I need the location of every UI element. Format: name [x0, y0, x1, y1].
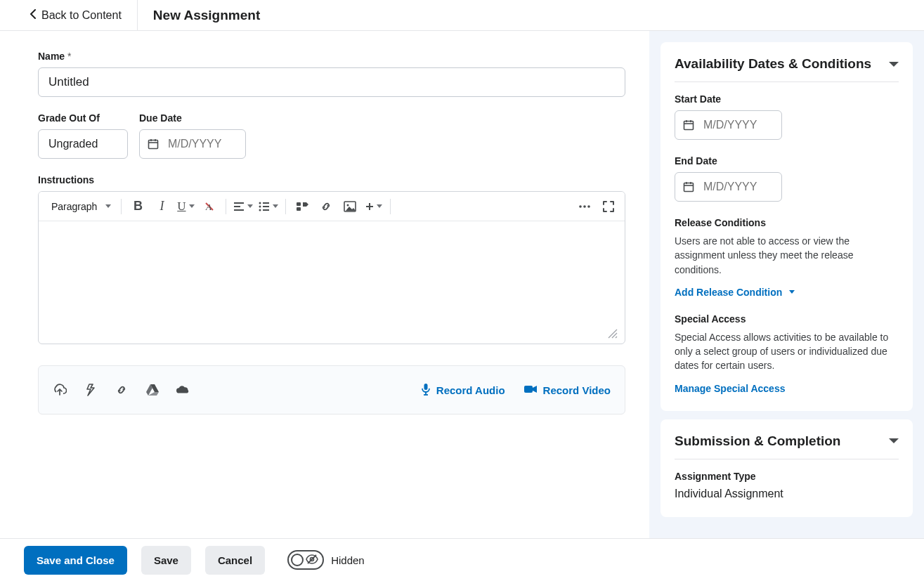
- chevron-down-icon: [789, 290, 795, 294]
- image-button[interactable]: [338, 195, 362, 218]
- link-icon[interactable]: [115, 383, 129, 397]
- italic-button[interactable]: I: [150, 195, 174, 218]
- chevron-down-icon: [189, 204, 195, 208]
- page-header: Back to Content New Assignment: [0, 0, 924, 31]
- assignment-type-label: Assignment Type: [675, 471, 899, 482]
- due-date-picker[interactable]: [139, 129, 246, 159]
- svg-point-8: [259, 202, 261, 204]
- start-date-label: Start Date: [675, 93, 899, 105]
- visibility-toggle[interactable]: [287, 550, 324, 570]
- release-conditions-title: Release Conditions: [675, 217, 899, 228]
- end-date-picker[interactable]: [675, 172, 782, 202]
- onedrive-icon[interactable]: [176, 383, 190, 397]
- release-conditions-description: Users are not able to access or view the…: [675, 234, 899, 277]
- svg-rect-30: [684, 122, 694, 130]
- chevron-down-icon: [273, 204, 278, 208]
- end-date-input[interactable]: [702, 180, 773, 194]
- name-input[interactable]: [38, 67, 625, 97]
- due-date-label: Due Date: [139, 112, 246, 124]
- availability-panel: Availability Dates & Conditions Start Da…: [661, 42, 913, 411]
- name-label: Name *: [38, 51, 625, 62]
- footer-actions: Save and Close Save Cancel Hidden: [0, 538, 924, 581]
- insert-more-button[interactable]: [362, 195, 386, 218]
- attachment-bar: Record Audio Record Video: [38, 365, 625, 414]
- save-and-close-button[interactable]: Save and Close: [24, 546, 127, 575]
- main-form: Name * Grade Out Of Ungraded Due Date: [0, 31, 649, 538]
- availability-panel-header[interactable]: Availability Dates & Conditions: [675, 56, 899, 82]
- start-date-picker[interactable]: [675, 110, 782, 140]
- svg-point-21: [583, 205, 586, 208]
- visibility-label: Hidden: [331, 554, 365, 566]
- due-date-input[interactable]: [167, 137, 237, 151]
- submission-panel: Submission & Completion Assignment Type …: [661, 419, 913, 517]
- start-date-input[interactable]: [702, 118, 773, 132]
- fullscreen-button[interactable]: [597, 195, 620, 218]
- resize-handle-icon[interactable]: [606, 327, 619, 340]
- svg-rect-29: [524, 386, 533, 393]
- chevron-down-icon: [377, 204, 382, 208]
- instructions-editor: Paragraph B I U A: [38, 191, 625, 344]
- svg-point-9: [259, 205, 261, 207]
- svg-rect-14: [297, 202, 301, 206]
- editor-toolbar: Paragraph B I U A: [39, 192, 625, 221]
- svg-rect-34: [684, 183, 694, 192]
- svg-rect-0: [149, 141, 158, 149]
- svg-text:A: A: [205, 202, 212, 212]
- quicklink-icon[interactable]: [84, 383, 98, 397]
- microphone-icon: [421, 383, 431, 398]
- svg-point-22: [587, 205, 590, 208]
- assignment-type-value: Individual Assignment: [675, 488, 899, 500]
- back-label: Back to Content: [41, 9, 122, 22]
- insert-quicklink-button[interactable]: [290, 195, 314, 218]
- back-to-content-link[interactable]: Back to Content: [0, 0, 138, 30]
- underline-button[interactable]: U: [174, 195, 197, 218]
- calendar-icon: [140, 130, 167, 158]
- save-button[interactable]: Save: [141, 546, 191, 575]
- special-access-title: Special Access: [675, 313, 899, 325]
- grade-select[interactable]: Ungraded: [38, 129, 128, 159]
- end-date-label: End Date: [675, 155, 899, 167]
- manage-special-access-button[interactable]: Manage Special Access: [675, 383, 785, 394]
- chevron-down-icon: [105, 204, 111, 208]
- record-audio-button[interactable]: Record Audio: [421, 383, 505, 398]
- clear-format-button[interactable]: A: [197, 195, 221, 218]
- block-format-select[interactable]: Paragraph: [46, 195, 117, 218]
- chevron-down-icon: [889, 62, 899, 67]
- chevron-left-icon: [30, 9, 36, 22]
- settings-sidebar: Availability Dates & Conditions Start Da…: [649, 31, 924, 538]
- add-release-condition-button[interactable]: Add Release Condition: [675, 287, 795, 298]
- special-access-description: Special Access allows activities to be a…: [675, 330, 899, 373]
- page-title: New Assignment: [153, 8, 260, 23]
- link-button[interactable]: [314, 195, 338, 218]
- instructions-label: Instructions: [38, 174, 625, 185]
- toggle-knob: [291, 554, 304, 566]
- grade-label: Grade Out Of: [38, 112, 128, 124]
- eye-off-icon: [306, 554, 318, 567]
- record-video-button[interactable]: Record Video: [523, 384, 611, 396]
- svg-point-10: [259, 209, 261, 211]
- list-button[interactable]: [256, 195, 281, 218]
- svg-rect-26: [424, 384, 427, 390]
- cancel-button[interactable]: Cancel: [205, 546, 265, 575]
- chevron-down-icon: [889, 438, 899, 443]
- video-icon: [523, 384, 538, 396]
- upload-icon[interactable]: [53, 383, 67, 397]
- more-actions-button[interactable]: [573, 195, 597, 218]
- svg-line-25: [616, 337, 617, 338]
- svg-rect-15: [297, 207, 301, 211]
- bold-button[interactable]: B: [126, 195, 150, 218]
- submission-panel-header[interactable]: Submission & Completion: [675, 433, 899, 459]
- google-drive-icon[interactable]: [145, 383, 160, 397]
- instructions-textarea[interactable]: [39, 221, 625, 327]
- chevron-down-icon: [247, 204, 253, 208]
- align-button[interactable]: [230, 195, 256, 218]
- calendar-icon: [675, 173, 702, 201]
- svg-point-17: [347, 204, 349, 206]
- calendar-icon: [675, 111, 702, 139]
- svg-point-20: [579, 205, 582, 208]
